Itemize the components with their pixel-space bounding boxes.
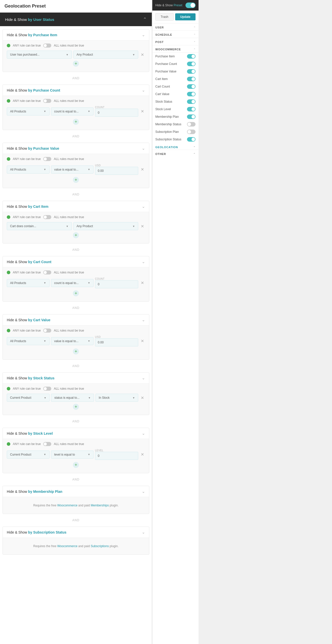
cart-item-toggle[interactable] — [187, 77, 196, 81]
update-button[interactable]: Update — [175, 13, 196, 20]
add-rule-button[interactable]: + — [73, 232, 79, 238]
stock-level-input[interactable] — [95, 452, 138, 460]
section-purchase-value: Hide & Show by Purchase Value ⌄ ANY rule… — [3, 143, 149, 188]
toggle-purchase-count: Purchase Count — [152, 60, 199, 68]
cart-count-products-select[interactable]: All Products ▼ — [7, 279, 50, 287]
section-stock-status-header[interactable]: Hide & Show by Stock Status ⌄ — [3, 373, 149, 384]
add-rule-button[interactable]: + — [73, 119, 79, 125]
remove-rule-button[interactable]: ✕ — [140, 108, 145, 115]
section-cart-item-header[interactable]: Hide & Show by Cart Item ⌄ — [3, 201, 149, 212]
cart-value-condition-select[interactable]: value is equal to... ▼ — [51, 337, 94, 345]
cart-value-input[interactable] — [95, 338, 138, 346]
memberships-link[interactable]: Memberships — [91, 504, 109, 507]
any-all-toggle[interactable] — [43, 270, 51, 274]
any-all-toggle[interactable] — [43, 387, 51, 391]
purchase-value-input[interactable] — [95, 167, 138, 175]
any-all-toggle[interactable] — [43, 157, 51, 161]
remove-rule-button[interactable]: ✕ — [140, 166, 145, 173]
subscription-status-requires-note: Requires the free Woocommerce and paid S… — [7, 541, 145, 551]
green-dot-icon — [7, 157, 10, 161]
purchase-value-products-select[interactable]: All Products ▼ — [7, 166, 50, 174]
stock-status-toggle[interactable] — [187, 99, 196, 104]
section-subscription-status-header[interactable]: Hide & Show by Subscription Status ⌄ — [3, 527, 149, 538]
purchase-value-fields: All Products ▼ value is equal to... ▼ US… — [7, 164, 145, 175]
right-section-woocommerce[interactable]: WOOCOMMERCE ⌃ — [152, 45, 199, 53]
right-section-other[interactable]: OTHER ⌃ — [152, 150, 199, 156]
woocommerce-link[interactable]: Woocommerce — [57, 544, 77, 548]
purchase-count-products-select[interactable]: All Products ▼ — [7, 107, 50, 115]
add-rule-button[interactable]: + — [73, 61, 79, 67]
chevron-down-icon: ▼ — [44, 453, 46, 456]
purchase-value-toggle[interactable] — [187, 69, 196, 74]
remove-rule-button[interactable]: ✕ — [140, 451, 145, 458]
green-dot-icon — [7, 44, 10, 47]
cart-item-fields: Cart does contain... ▼ Any Product ▼ ✕ — [7, 222, 145, 230]
cart-count-condition-select[interactable]: count is equal to... ▼ — [51, 279, 94, 287]
cart-count-input[interactable] — [95, 280, 138, 288]
membership-status-toggle[interactable] — [187, 122, 196, 127]
chevron-icon: ⌃ — [194, 41, 196, 44]
toggle-subscription-status: Subscription Status — [152, 136, 199, 143]
section-membership-plan-header[interactable]: Hide & Show by Membership Plan ⌄ — [3, 486, 149, 497]
remove-rule-button[interactable]: ✕ — [140, 338, 145, 344]
main-preset-toggle[interactable] — [185, 3, 196, 8]
section-purchase-count-header[interactable]: Hide & Show by Purchase Count ⌄ — [3, 85, 149, 96]
subscriptions-link[interactable]: Subscriptions — [91, 544, 109, 548]
any-all-toggle[interactable] — [43, 99, 51, 103]
purchase-count-toggle[interactable] — [187, 62, 196, 66]
any-all-toggle[interactable] — [43, 329, 51, 333]
any-all-toggle[interactable] — [43, 215, 51, 219]
right-section-schedule[interactable]: SCHEDULE ⌃ — [152, 31, 199, 38]
add-rule-button[interactable]: + — [73, 462, 79, 468]
chevron-icon: ⌃ — [193, 153, 196, 155]
cart-count-toggle[interactable] — [187, 84, 196, 89]
purchase-count-condition-select[interactable]: count is equal to... ▼ — [51, 107, 94, 115]
section-cart-count-header[interactable]: Hide & Show by Cart Count ⌄ — [3, 256, 149, 267]
remove-rule-button[interactable]: ✕ — [140, 394, 145, 401]
purchase-item-toggle[interactable] — [187, 54, 196, 59]
chevron-down-icon: ▼ — [44, 110, 46, 113]
section-purchase-item-header[interactable]: Hide & Show by Purchase Item ⌄ — [3, 29, 149, 41]
right-section-user[interactable]: USER ⌃ — [152, 23, 199, 31]
stock-status-product-select[interactable]: Current Product ▼ — [7, 394, 50, 402]
purchase-item-select1[interactable]: User has purchased... ▼ — [7, 51, 72, 59]
add-rule-button[interactable]: + — [73, 177, 79, 183]
add-rule-button[interactable]: + — [73, 404, 79, 410]
purchase-value-condition-select[interactable]: value is equal to... ▼ — [51, 166, 94, 174]
cart-item-select2[interactable]: Any Product ▼ — [73, 222, 138, 230]
and-divider: AND — [0, 75, 152, 82]
section-purchase-item-chevron: ⌄ — [142, 32, 145, 37]
any-all-toggle[interactable] — [43, 442, 51, 446]
purchase-count-input[interactable] — [95, 109, 138, 117]
section-membership-plan-chevron: ⌄ — [142, 489, 145, 494]
add-rule-button[interactable]: + — [73, 290, 79, 296]
stock-level-toggle[interactable] — [187, 107, 196, 111]
membership-plan-toggle[interactable] — [187, 114, 196, 119]
subscription-plan-toggle[interactable] — [187, 130, 196, 134]
any-all-toggle[interactable] — [43, 44, 51, 48]
right-section-geolocation[interactable]: GEOLOCATION ⌃ — [152, 143, 199, 150]
cart-item-select1[interactable]: Cart does contain... ▼ — [7, 222, 72, 230]
purchase-item-select2[interactable]: Any Product ▼ — [73, 51, 138, 59]
subscription-status-toggle[interactable] — [187, 137, 196, 142]
stock-level-condition-select[interactable]: level is equal to ▼ — [51, 451, 94, 459]
right-section-post[interactable]: POST ⌃ — [152, 38, 199, 45]
stock-level-product-select[interactable]: Current Product ▼ — [7, 451, 50, 459]
remove-rule-button[interactable]: ✕ — [140, 223, 145, 230]
add-rule-button[interactable]: + — [73, 348, 79, 354]
stock-status-condition-select[interactable]: status is equal to... ▼ — [51, 394, 94, 402]
section-stock-level-header[interactable]: Hide & Show by Stock Level ⌄ — [3, 428, 149, 439]
section-cart-count-chevron: ⌄ — [142, 259, 145, 264]
remove-rule-button[interactable]: ✕ — [140, 279, 145, 286]
user-status-bar[interactable]: Hide & Show by User Status ⌃ — [0, 13, 152, 26]
trash-button[interactable]: Trash — [155, 13, 174, 21]
cart-value-toggle[interactable] — [187, 92, 196, 96]
stock-status-value-select[interactable]: In Stock ▼ — [96, 394, 138, 402]
green-dot-icon — [7, 99, 10, 103]
chevron-up-icon: ⌃ — [143, 17, 147, 22]
woocommerce-link[interactable]: Woocommerce — [57, 504, 77, 507]
cart-value-products-select[interactable]: All Products ▼ — [7, 337, 50, 345]
remove-rule-button[interactable]: ✕ — [140, 51, 145, 58]
section-cart-value-header[interactable]: Hide & Show by Cart Value ⌄ — [3, 314, 149, 326]
section-purchase-value-header[interactable]: Hide & Show by Purchase Value ⌄ — [3, 143, 149, 154]
